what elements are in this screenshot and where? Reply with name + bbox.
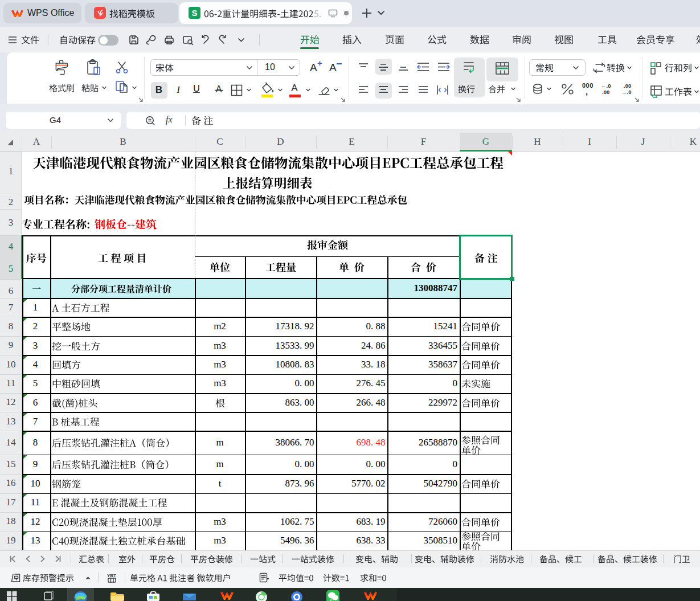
svg-text:→.0: →.0 <box>621 89 631 95</box>
svg-text:.00: .00 <box>624 83 631 89</box>
svg-text:←.0: ←.0 <box>601 83 611 89</box>
svg-text:.00: .00 <box>602 89 609 95</box>
svg-text:S: S <box>191 8 197 18</box>
svg-text:YBT: YBT <box>107 573 116 578</box>
